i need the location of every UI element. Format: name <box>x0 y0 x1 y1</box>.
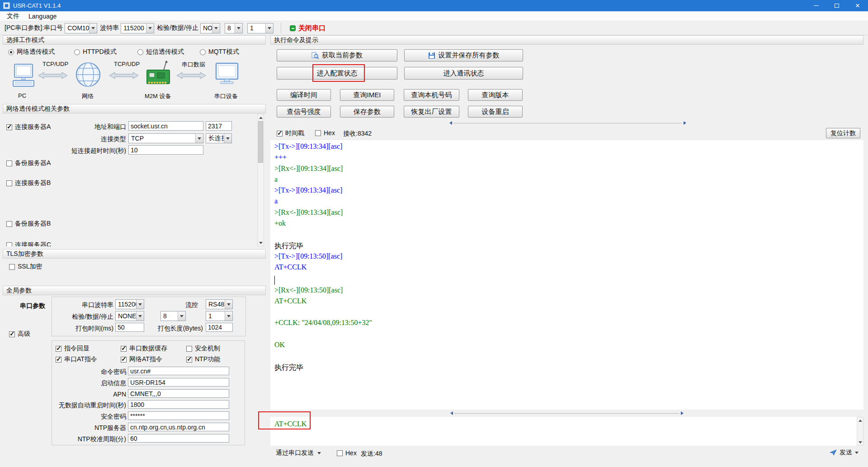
net-params-scrollbar[interactable] <box>257 114 264 246</box>
work-mode-header: 选择工作模式 <box>3 35 266 45</box>
radio-mqtt[interactable]: MQTT模式 <box>200 48 239 56</box>
g-stopbits-select[interactable]: 1 <box>206 311 233 321</box>
cmd-echo-checkbox-row[interactable]: 指令回显 <box>56 344 90 353</box>
log-hscrollbar-bottom[interactable] <box>450 410 684 416</box>
no-data-restart-input[interactable] <box>128 400 229 409</box>
baud-label: 波特率 <box>100 24 119 32</box>
send-input-area[interactable]: AT+CCLK <box>270 417 863 446</box>
ntp-period-input[interactable] <box>128 434 229 443</box>
timestamp-checkbox-row[interactable]: 时间戳 <box>277 129 304 137</box>
pack-time-input[interactable] <box>115 323 144 332</box>
flow-select[interactable]: RS485 <box>206 299 233 309</box>
menu-language[interactable]: Language <box>24 12 61 20</box>
keepalive-select[interactable]: 长连接 <box>206 133 232 143</box>
radio-icon <box>74 49 80 55</box>
log-hscrollbar-top[interactable] <box>449 120 686 126</box>
ssl-checkbox-row[interactable]: SSL加密 <box>9 263 42 271</box>
scroll-down-icon <box>857 439 863 445</box>
stopbits-select[interactable]: 1 <box>247 23 274 33</box>
chevron-down-icon <box>855 452 859 454</box>
security-checkbox-row[interactable]: 安全机制 <box>186 344 220 353</box>
apn-input[interactable] <box>128 389 229 398</box>
get-params-button[interactable]: 获取当前参数 <box>277 49 397 61</box>
backup-b-checkbox <box>6 221 12 227</box>
log-area[interactable]: >[Tx->][09:13:34][asc]+++>[Rx<-][09:13:3… <box>270 140 863 410</box>
radio-net-passthrough[interactable]: 网络透传模式 <box>8 48 55 56</box>
set-save-params-button[interactable]: 设置并保存所有参数 <box>404 49 523 61</box>
baud-select[interactable]: 115200 <box>121 23 154 33</box>
send-button[interactable]: 发送 <box>830 448 859 457</box>
chevron-down-icon <box>195 134 203 143</box>
maximize-button[interactable] <box>826 0 847 11</box>
cmd-password-input[interactable] <box>128 367 229 375</box>
radio-httpd[interactable]: HTTPD模式 <box>74 48 117 56</box>
enter-comm-button[interactable]: 进入通讯状态 <box>404 67 523 80</box>
enter-config-button[interactable]: 进入配置状态 <box>277 67 397 80</box>
link2-label: TCP/UDP <box>114 61 140 67</box>
save-params-button[interactable]: 保存参数 <box>340 106 394 118</box>
short-conn-timeout-input[interactable] <box>128 145 203 155</box>
boot-info-input[interactable] <box>128 378 229 387</box>
recv-hex-checkbox-row[interactable]: Hex <box>315 129 335 137</box>
topology-diagram: TCP/UDP TCP/UDP <box>3 58 266 103</box>
server-a-checkbox <box>6 124 12 130</box>
reset-count-button[interactable]: 复位计数 <box>826 128 860 138</box>
menu-file[interactable]: 文件 <box>3 12 24 21</box>
ntp-checkbox-row[interactable]: NTP功能 <box>186 355 220 363</box>
serial-cache-checkbox <box>121 346 127 352</box>
net-at-checkbox-row[interactable]: 网络AT指令 <box>121 355 162 363</box>
advanced-checkbox-row[interactable]: 高级 <box>9 330 30 338</box>
pc-icon <box>11 63 36 90</box>
ntp-server-input[interactable] <box>128 423 229 431</box>
title-bar: USR-CAT1 V1.1.4 ✕ <box>0 0 868 11</box>
send-hex-checkbox-row[interactable]: Hex <box>337 449 357 457</box>
signal-strength-button[interactable]: 查信号强度 <box>277 106 331 118</box>
link3-label: 串口数据 <box>182 61 205 69</box>
g-parity-select[interactable]: NONE <box>115 311 144 321</box>
server-addr-input[interactable] <box>128 121 203 131</box>
serial-device-icon <box>214 61 240 87</box>
network-label: 网络 <box>82 92 94 100</box>
maximize-icon <box>835 4 839 8</box>
app-window: USR-CAT1 V1.1.4 ✕ 文件 Language [PC串口参数]:串… <box>0 0 868 467</box>
server-b-checkbox-row[interactable]: 连接服务器B <box>6 179 51 187</box>
server-c-checkbox-row[interactable]: 连接服务器C <box>6 241 51 246</box>
serial-device-label: 串口设备 <box>214 92 238 100</box>
serial-at-checkbox-row[interactable]: 串口AT指令 <box>56 355 97 363</box>
send-area-scrollbar[interactable] <box>857 417 863 446</box>
security-password-input[interactable] <box>128 411 229 420</box>
port-select[interactable]: COM10 <box>65 23 97 33</box>
pack-len-input[interactable] <box>206 323 233 332</box>
server-port-input[interactable] <box>206 121 232 131</box>
m2m-label: M2M 设备 <box>145 92 171 100</box>
backup-a-checkbox-row[interactable]: 备份服务器A <box>6 159 51 167</box>
device-restart-button[interactable]: 设备重启 <box>468 106 523 118</box>
backup-a-checkbox <box>6 160 12 166</box>
minimize-button[interactable] <box>806 0 826 11</box>
g-databits-select[interactable]: 8 <box>160 311 186 321</box>
server-b-checkbox <box>6 180 12 186</box>
compile-time-button[interactable]: 编译时间 <box>277 89 331 101</box>
factory-reset-button[interactable]: 恢复出厂设置 <box>404 106 459 118</box>
net-params-header: 网络透传模式相关参数 <box>3 104 266 113</box>
apn-label: APN <box>113 391 126 398</box>
query-imei-button[interactable]: 查询IMEI <box>340 89 394 101</box>
query-number-button[interactable]: 查询本机号码 <box>404 89 459 101</box>
server-a-checkbox-row[interactable]: 连接服务器A <box>6 123 51 131</box>
tls-header: TLS加密参数 <box>3 249 266 259</box>
conn-type-select[interactable]: TCP <box>128 133 203 143</box>
databits-select[interactable]: 8 <box>225 23 243 33</box>
query-version-button[interactable]: 查询版本 <box>468 89 523 101</box>
arrow-icon <box>38 71 68 80</box>
close-serial-button[interactable]: 关闭串口 <box>286 23 330 34</box>
close-button[interactable]: ✕ <box>847 0 868 11</box>
serial-cache-checkbox-row[interactable]: 串口数据缓存 <box>121 344 167 353</box>
send-via-dropdown[interactable]: 通过串口发送 <box>276 449 321 457</box>
chevron-down-icon <box>212 24 220 33</box>
short-conn-timeout-label: 短连接超时时间(秒) <box>71 147 126 155</box>
network-globe-icon <box>75 61 101 88</box>
backup-b-checkbox-row[interactable]: 备份服务器B <box>6 220 51 228</box>
radio-sms-passthrough[interactable]: 短信透传模式 <box>137 48 184 56</box>
parity-select[interactable]: NONI <box>200 23 220 33</box>
g-baud-select[interactable]: 115200 <box>115 299 144 309</box>
